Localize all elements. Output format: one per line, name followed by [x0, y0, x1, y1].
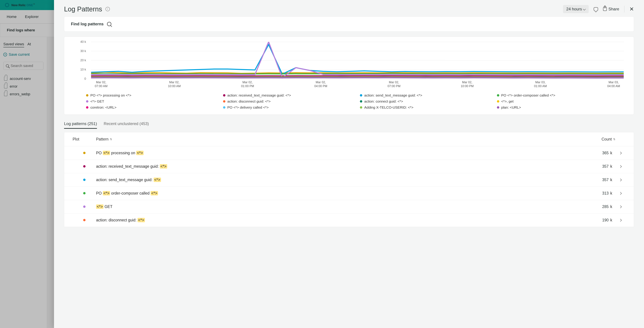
legend-dot-icon	[497, 100, 499, 103]
share-button[interactable]: Share	[603, 7, 619, 12]
legend-item[interactable]: action: received_text_message guid: <*>	[223, 93, 350, 97]
row-dot-icon	[83, 179, 86, 181]
table-header: Plot Pattern⇅ Count⇅	[64, 132, 634, 146]
count-unit: k	[608, 218, 615, 222]
row-dot-icon	[83, 165, 86, 168]
legend-item[interactable]: action: disconnect guid: <*>	[223, 99, 350, 103]
legend-item[interactable]: Adding X-TELCO-USERID: <*>	[360, 105, 487, 109]
chevron-right-icon	[619, 192, 622, 195]
patterns-chart-card: 40 k30 k20 k10 k0 Mar 02,07:00 AMMar 02,…	[64, 37, 634, 115]
legend-dot-icon	[360, 106, 362, 109]
pattern-text: PO <*> processing on <*>	[96, 151, 584, 155]
patterns-chart[interactable]: 40 k30 k20 k10 k0	[79, 42, 624, 79]
table-row[interactable]: <*> GET285k	[64, 200, 634, 213]
count-unit: k	[608, 178, 615, 182]
legend-item[interactable]: action: connect guid: <*>	[360, 99, 487, 103]
chevron-right-icon	[619, 179, 622, 181]
pattern-text: action: send_text_message guid: <*>	[96, 178, 584, 182]
time-picker[interactable]: 24 hours	[563, 5, 589, 13]
row-dot-icon	[83, 192, 86, 194]
legend-item[interactable]: PO <*> order-composer called <*>	[497, 93, 624, 97]
search-icon	[107, 22, 111, 26]
pattern-text: action: received_text_message guid: <*>	[96, 164, 584, 169]
col-count[interactable]: Count⇅	[578, 137, 615, 142]
x-tick: Mar 02,07:00 AM	[91, 80, 111, 88]
find-patterns-search[interactable]: Find log patterns	[64, 17, 634, 32]
log-patterns-panel: Log Patterns i 24 hours Share ✕ Find log…	[54, 0, 644, 328]
x-tick: Mar 02,07:00 PM	[384, 80, 404, 88]
share-icon	[603, 7, 607, 11]
count-value: 313	[584, 191, 608, 196]
x-tick: Mar 02,01:00 PM	[238, 80, 258, 88]
legend-dot-icon	[223, 94, 226, 97]
x-tick: Mar 03,04:00 AM	[604, 80, 624, 88]
tab-log-patterns[interactable]: Log patterns (251)	[64, 121, 97, 129]
table-row[interactable]: action: received_text_message guid: <*>3…	[64, 160, 634, 173]
table-row[interactable]: PO <*> processing on <*>365k	[64, 146, 634, 160]
pattern-text: action: disconnect guid: <*>	[96, 218, 584, 222]
feedback-icon[interactable]	[594, 7, 598, 11]
row-dot-icon	[83, 219, 86, 221]
table-row[interactable]: action: send_text_message guid: <*>357k	[64, 173, 634, 186]
legend-dot-icon	[86, 100, 88, 103]
count-value: 357	[584, 178, 608, 182]
count-value: 285	[584, 204, 608, 209]
legend-item[interactable]: action: send_text_message guid: <*>	[360, 93, 487, 97]
count-unit: k	[608, 204, 615, 209]
count-unit: k	[608, 151, 615, 155]
legend-dot-icon	[86, 106, 88, 109]
count-value: 190	[584, 218, 608, 222]
legend-dot-icon	[360, 100, 362, 103]
count-value: 365	[584, 151, 608, 155]
row-dot-icon	[83, 152, 86, 154]
chevron-right-icon	[619, 165, 622, 168]
expand-row[interactable]	[615, 178, 626, 182]
table-row[interactable]: PO <*> order-composer called <*>313k	[64, 186, 634, 200]
col-pattern[interactable]: Pattern⇅	[96, 137, 578, 142]
legend-dot-icon	[497, 94, 499, 97]
legend-item[interactable]: PO <*> delivery called <*>	[223, 105, 350, 109]
legend-dot-icon	[223, 106, 226, 109]
x-tick: Mar 02,10:00 AM	[164, 80, 184, 88]
x-tick: Mar 02,10:00 PM	[457, 80, 477, 88]
expand-row[interactable]	[615, 164, 626, 169]
close-button[interactable]: ✕	[630, 6, 634, 12]
panel-title: Log Patterns i	[64, 5, 110, 13]
sort-icon: ⇅	[110, 138, 112, 141]
count-unit: k	[608, 191, 615, 196]
chevron-right-icon	[619, 219, 622, 222]
legend-item[interactable]: PO <*> processing on <*>	[86, 93, 213, 97]
row-dot-icon	[83, 205, 86, 208]
legend-item[interactable]: <*> GET	[86, 99, 213, 103]
x-tick: Mar 03,01:00 AM	[530, 80, 550, 88]
expand-row[interactable]	[615, 151, 626, 155]
info-icon[interactable]: i	[106, 7, 110, 11]
legend-dot-icon	[360, 94, 362, 97]
expand-row[interactable]	[615, 218, 626, 222]
legend-item[interactable]: plan: <URL>	[497, 105, 624, 109]
pattern-text: PO <*> order-composer called <*>	[96, 191, 584, 196]
x-tick: Mar 02,04:00 PM	[311, 80, 331, 88]
sort-icon: ⇅	[613, 138, 615, 141]
chevron-right-icon	[619, 152, 622, 155]
legend-item[interactable]: <*>, get	[497, 99, 624, 103]
tab-recent-unclustered[interactable]: Recent unclustered (453)	[104, 121, 149, 129]
divider	[624, 6, 624, 13]
expand-row[interactable]	[615, 204, 626, 209]
count-value: 357	[584, 164, 608, 169]
legend-dot-icon	[223, 100, 226, 103]
legend-item[interactable]: coretron: <URL>	[86, 105, 213, 109]
table-row[interactable]: action: disconnect guid: <*>190k	[64, 213, 634, 227]
legend-dot-icon	[86, 94, 88, 97]
expand-row[interactable]	[615, 191, 626, 195]
pattern-text: <*> GET	[96, 204, 584, 209]
legend-dot-icon	[497, 106, 499, 109]
col-plot: Plot	[72, 137, 96, 142]
patterns-table: Plot Pattern⇅ Count⇅ PO <*> processing o…	[64, 132, 634, 227]
chevron-down-icon	[583, 8, 586, 11]
count-unit: k	[608, 164, 615, 169]
chevron-right-icon	[619, 205, 622, 208]
